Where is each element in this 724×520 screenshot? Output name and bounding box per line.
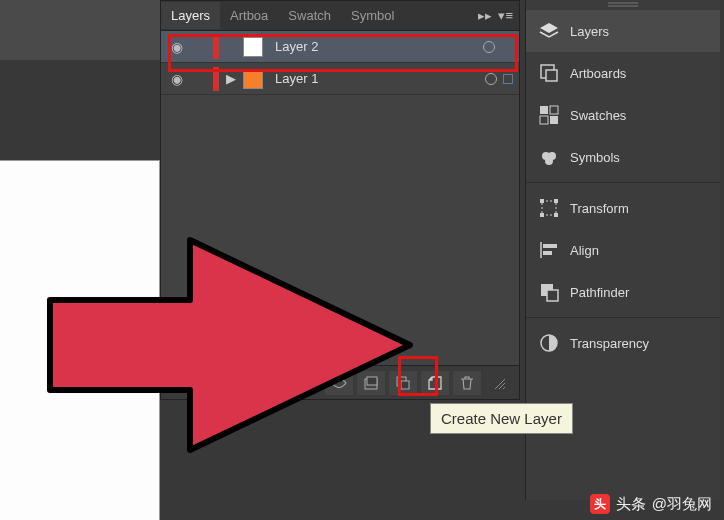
watermark-logo-icon: 头 bbox=[590, 494, 610, 514]
layers-icon bbox=[538, 20, 560, 42]
svg-rect-8 bbox=[540, 106, 548, 114]
visibility-toggle-icon[interactable]: ◉ bbox=[167, 39, 187, 55]
sidebar-item-label: Align bbox=[570, 243, 599, 258]
make-clipping-mask-button[interactable] bbox=[357, 371, 385, 395]
expand-tabs-icon[interactable]: ▸▸ bbox=[478, 8, 492, 23]
panel-menu-icon[interactable]: ▾≡ bbox=[498, 8, 513, 23]
layer-thumbnail bbox=[243, 37, 263, 57]
sidebar-item-artboards[interactable]: Artboards bbox=[526, 52, 720, 94]
layer-expand-toggle-icon[interactable]: ▶ bbox=[225, 71, 237, 86]
transparency-icon bbox=[538, 332, 560, 354]
sidebar-item-symbols[interactable]: Symbols bbox=[526, 136, 720, 178]
sidebar-item-label: Symbols bbox=[570, 150, 620, 165]
svg-rect-1 bbox=[367, 377, 377, 385]
sidebar-item-pathfinder[interactable]: Pathfinder bbox=[526, 271, 720, 313]
svg-rect-16 bbox=[540, 199, 544, 203]
panel-tab-strip: Layers Artboa Swatch Symbol ▸▸ ▾≡ bbox=[161, 1, 519, 31]
panel-resize-grip-icon[interactable] bbox=[485, 371, 513, 395]
sidebar-item-label: Artboards bbox=[570, 66, 626, 81]
svg-rect-21 bbox=[543, 244, 557, 248]
svg-rect-18 bbox=[540, 213, 544, 217]
tooltip-create-new-layer: Create New Layer bbox=[430, 403, 573, 434]
sidebar-item-label: Transparency bbox=[570, 336, 649, 351]
svg-rect-24 bbox=[547, 290, 558, 301]
svg-rect-19 bbox=[554, 213, 558, 217]
target-icon[interactable] bbox=[483, 41, 495, 53]
sidebar-separator bbox=[526, 317, 720, 318]
delete-layer-button[interactable] bbox=[453, 371, 481, 395]
layer-thumbnail bbox=[243, 69, 263, 89]
sidebar-item-label: Layers bbox=[570, 24, 609, 39]
layer-color-strip bbox=[213, 35, 219, 59]
align-icon bbox=[538, 239, 560, 261]
tab-symbols[interactable]: Symbol bbox=[341, 2, 404, 29]
sidebar-item-swatches[interactable]: Swatches bbox=[526, 94, 720, 136]
sidebar-item-transform[interactable]: Transform bbox=[526, 187, 720, 229]
tab-swatches[interactable]: Swatch bbox=[278, 2, 341, 29]
sidebar-item-transparency[interactable]: Transparency bbox=[526, 322, 720, 364]
sidebar-item-label: Pathfinder bbox=[570, 285, 629, 300]
watermark-prefix: 头条 bbox=[616, 495, 646, 514]
sidebar-item-align[interactable]: Align bbox=[526, 229, 720, 271]
svg-rect-7 bbox=[546, 70, 557, 81]
svg-rect-10 bbox=[540, 116, 548, 124]
svg-point-14 bbox=[545, 157, 553, 165]
svg-rect-17 bbox=[554, 199, 558, 203]
artboards-icon bbox=[538, 62, 560, 84]
selection-indicator-icon[interactable] bbox=[503, 74, 513, 84]
svg-rect-9 bbox=[550, 106, 558, 114]
layer-color-strip bbox=[213, 67, 219, 91]
svg-rect-11 bbox=[550, 116, 558, 124]
svg-rect-3 bbox=[401, 381, 409, 389]
symbols-icon bbox=[538, 146, 560, 168]
transform-icon bbox=[538, 197, 560, 219]
new-layer-icon bbox=[427, 376, 443, 390]
app-chrome bbox=[0, 0, 165, 60]
svg-rect-15 bbox=[542, 201, 556, 215]
create-new-layer-button[interactable] bbox=[421, 371, 449, 395]
sidebar-item-label: Swatches bbox=[570, 108, 626, 123]
watermark: 头 头条 @羽兔网 bbox=[590, 494, 712, 514]
tab-layers[interactable]: Layers bbox=[161, 2, 220, 29]
layer-name-label[interactable]: Layer 2 bbox=[269, 39, 477, 54]
watermark-handle: @羽兔网 bbox=[652, 495, 712, 514]
tab-artboards[interactable]: Artboa bbox=[220, 2, 278, 29]
layers-panel: Layers Artboa Swatch Symbol ▸▸ ▾≡ ◉ Laye… bbox=[160, 0, 520, 400]
sidebar-grip-icon[interactable] bbox=[526, 0, 720, 10]
layer-row[interactable]: ◉ Layer 2 bbox=[161, 31, 519, 63]
layer-list: ◉ Layer 2 ◉ ▶ Layer 1 bbox=[161, 31, 519, 365]
locate-object-button[interactable] bbox=[325, 371, 353, 395]
target-icon[interactable] bbox=[485, 73, 497, 85]
svg-rect-22 bbox=[543, 251, 552, 255]
sidebar-separator bbox=[526, 182, 720, 183]
layer-row[interactable]: ◉ ▶ Layer 1 bbox=[161, 63, 519, 95]
pathfinder-icon bbox=[538, 281, 560, 303]
trash-icon bbox=[460, 376, 474, 390]
layer-name-label[interactable]: Layer 1 bbox=[269, 71, 479, 86]
document-canvas[interactable] bbox=[0, 160, 160, 520]
visibility-toggle-icon[interactable]: ◉ bbox=[167, 71, 187, 87]
panel-footer bbox=[161, 365, 519, 399]
sidebar-item-label: Transform bbox=[570, 201, 629, 216]
sidebar-item-layers[interactable]: Layers bbox=[526, 10, 720, 52]
swatches-icon bbox=[538, 104, 560, 126]
create-sublayer-button[interactable] bbox=[389, 371, 417, 395]
